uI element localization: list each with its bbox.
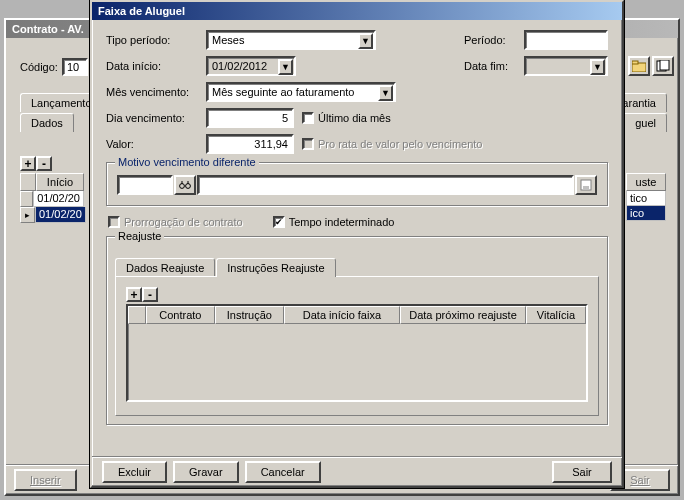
col-vitalicia[interactable]: Vitalícia <box>526 306 586 324</box>
field-dia-vencimento[interactable]: 5 <box>206 108 294 128</box>
checkbox-icon <box>302 138 314 150</box>
tab-guel[interactable]: guel <box>625 113 667 132</box>
fieldset-motivo: Motivo vencimento diferente <box>106 162 608 206</box>
combo-tipo-periodo[interactable]: Meses ▼ <box>206 30 376 50</box>
col-data-inicio-faixa[interactable]: Data início faixa <box>284 306 400 324</box>
front-bottom-bar: Excluir Gravar Cancelar Sair <box>92 456 622 486</box>
lbl-periodo: Período: <box>464 34 520 46</box>
chevron-down-icon[interactable]: ▼ <box>378 85 393 101</box>
chevron-down-icon[interactable]: ▼ <box>358 33 373 49</box>
col-data-prox[interactable]: Data próximo reajuste <box>400 306 526 324</box>
back-right-tab2: guel <box>625 112 668 131</box>
back-title: Contrato - AV. <box>12 23 84 35</box>
cancelar-button[interactable]: Cancelar <box>245 461 321 483</box>
lbl-data-inicio: Data início: <box>106 60 206 72</box>
tab-dados[interactable]: Dados <box>20 113 74 132</box>
combo-data-fim: ▼ <box>524 56 608 76</box>
combo-mes-vencimento[interactable]: Mês seguinte ao faturamento ▼ <box>206 82 396 102</box>
fieldset-reajuste: Reajuste Dados Reajuste Instruções Reaju… <box>106 236 608 425</box>
lbl-dia-venc: Dia vencimento: <box>106 112 206 124</box>
inserir-button[interactable]: Inserir <box>14 469 77 491</box>
svg-point-4 <box>180 184 185 189</box>
lbl-valor: Valor: <box>106 138 206 150</box>
col-instrucao[interactable]: Instrução <box>215 306 284 324</box>
combo-data-inicio: 01/02/2012 ▼ <box>206 56 296 76</box>
reajuste-grid: Contrato Instrução Data início faixa Dat… <box>126 304 588 402</box>
back-side-row[interactable]: tico <box>626 191 666 206</box>
field-periodo <box>524 30 608 50</box>
svg-rect-3 <box>660 60 669 70</box>
dialog-faixa-aluguel: Faixa de Aluguel Tipo período: Meses ▼ P… <box>90 0 624 488</box>
folder-icon[interactable] <box>628 56 650 76</box>
pages-icon[interactable] <box>652 56 674 76</box>
gravar-button[interactable]: Gravar <box>173 461 239 483</box>
svg-rect-1 <box>632 61 638 64</box>
lbl-data-fim: Data fim: <box>464 60 520 72</box>
chk-ultimo-dia[interactable]: Último dia mês <box>302 112 391 124</box>
back-grid-add-button[interactable]: + <box>20 156 36 171</box>
excluir-button[interactable]: Excluir <box>102 461 167 483</box>
legend-reajuste: Reajuste <box>115 230 164 242</box>
row-indicator-icon <box>20 191 33 207</box>
checkbox-icon[interactable] <box>302 112 314 124</box>
back-side-header: uste <box>626 173 666 191</box>
grid-remove-button[interactable]: - <box>142 287 158 302</box>
back-grid-row[interactable]: 01/02/20 <box>33 191 84 207</box>
binoculars-icon[interactable] <box>174 175 196 195</box>
row-indicator-icon: ▸ <box>20 207 35 223</box>
lbl-tipo-periodo: Tipo período: <box>106 34 206 46</box>
chk-prorrogacao: Prorrogação de contrato <box>108 216 243 228</box>
motivo-text-field[interactable] <box>197 175 574 195</box>
lbl-mes-venc: Mês vencimento: <box>106 86 206 98</box>
front-title: Faixa de Aluguel <box>98 5 185 17</box>
chevron-down-icon: ▼ <box>590 59 605 75</box>
back-grid-row-selected[interactable]: 01/02/20 <box>35 207 86 223</box>
back-grid-remove-button[interactable]: - <box>36 156 52 171</box>
grid-corner <box>128 306 146 324</box>
legend-motivo: Motivo vencimento diferente <box>115 156 259 168</box>
sair-button[interactable]: Sair <box>552 461 612 483</box>
motivo-action-icon[interactable] <box>575 175 597 195</box>
chevron-down-icon: ▼ <box>278 59 293 75</box>
chk-pro-rata: Pro rata de valor pelo vencimento <box>302 138 482 150</box>
front-titlebar: Faixa de Aluguel <box>92 2 622 20</box>
svg-rect-9 <box>583 186 589 189</box>
back-tab-row2: Dados <box>20 112 75 131</box>
checkbox-icon <box>108 216 120 228</box>
codigo-label: Código: <box>20 61 58 73</box>
reajuste-panel: + - Contrato Instrução Data início faixa… <box>115 276 599 416</box>
back-side-row-selected[interactable]: ico <box>626 206 666 221</box>
tab-instrucoes-reajuste[interactable]: Instruções Reajuste <box>216 258 335 277</box>
svg-point-5 <box>186 184 191 189</box>
grid-add-button[interactable]: + <box>126 287 142 302</box>
codigo-field[interactable]: 10 <box>62 58 88 76</box>
col-contrato[interactable]: Contrato <box>146 306 215 324</box>
motivo-code-field[interactable] <box>117 175 173 195</box>
chk-tempo-indeterminado[interactable]: ✔ Tempo indeterminado <box>273 216 395 228</box>
back-grid-header: Início <box>36 173 84 191</box>
checkbox-checked-icon[interactable]: ✔ <box>273 216 285 228</box>
tab-dados-reajuste[interactable]: Dados Reajuste <box>115 258 215 277</box>
field-valor[interactable]: 311,94 <box>206 134 294 154</box>
